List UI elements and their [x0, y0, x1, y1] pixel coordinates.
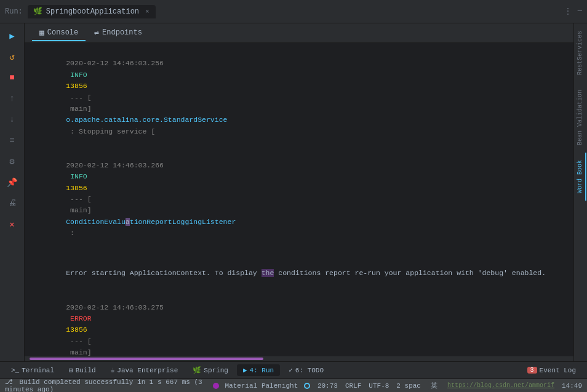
url-bar[interactable]: https://blog.csdn.net/ammorif	[447, 382, 554, 389]
tab-close-icon[interactable]: ×	[145, 8, 150, 15]
endpoints-tab-label: Endpoints	[102, 28, 142, 37]
right-tab-rest[interactable]: RestServices	[575, 23, 586, 82]
tab-event-log[interactable]: 3 Event Log	[521, 365, 582, 376]
status-build-message: ⎇ Build completed successfully in 1 s 66…	[5, 378, 213, 392]
java-icon: ☕	[111, 366, 115, 374]
tab-spring[interactable]: 🌿 Spring	[186, 364, 234, 376]
indent[interactable]: 2 spac	[396, 382, 421, 390]
tab-java-enterprise[interactable]: ☕ Java Enterprise	[105, 364, 185, 376]
remove-button[interactable]: ✕	[4, 215, 21, 233]
run-label: Run:	[5, 7, 23, 16]
left-sidebar: ▶ ↺ ■ ↑ ↓ ≡ ⚙ 📌 🖨 ✕	[0, 23, 25, 361]
tab-build[interactable]: ⊞ Build	[63, 364, 102, 376]
scroll-down-button[interactable]: ↓	[4, 111, 21, 128]
time: 14:49	[562, 382, 582, 390]
status-bar: ⎇ Build completed successfully in 1 s 66…	[0, 378, 587, 392]
theme-label: Material Palenight	[225, 382, 298, 390]
terminal-icon: >_	[11, 367, 19, 374]
play-button[interactable]: ▶	[4, 27, 21, 44]
console-toolbar: ▦ Console ⇌ Endpoints	[25, 23, 573, 43]
console-tab-label: Console	[47, 28, 78, 37]
tab-run[interactable]: ▶ 4: Run	[237, 364, 280, 376]
tab-endpoints[interactable]: ⇌ Endpoints	[87, 25, 150, 41]
top-bar-actions: ⋮ —	[564, 7, 582, 16]
rerun-button[interactable]: ↺	[4, 48, 21, 65]
log-line-1: 2020-02-12 14:46:03.256 INFO 13856 --- […	[32, 47, 566, 149]
spring-label: Spring	[204, 367, 228, 374]
todo-icon: ✓	[289, 366, 293, 374]
tab-terminal[interactable]: >_ Terminal	[5, 365, 60, 376]
endpoints-icon: ⇌	[94, 28, 99, 38]
scroll-up-button[interactable]: ↑	[4, 90, 21, 107]
pin-button[interactable]: 📌	[4, 174, 21, 191]
settings-button[interactable]: ⚙	[4, 153, 21, 170]
run-label-tab: 4: Run	[250, 367, 274, 374]
git-icon: ⎇	[5, 378, 13, 386]
tab-todo[interactable]: ✓ 6: TODO	[282, 364, 330, 376]
scrollbar-track	[25, 356, 573, 361]
top-bar: Run: 🌿 SpringbootApplication × ⋮ —	[0, 0, 587, 23]
print-button[interactable]: 🖨	[4, 194, 21, 212]
log-blank-1	[32, 250, 566, 257]
terminal-label: Terminal	[22, 367, 54, 374]
encoding[interactable]: UTF-8	[369, 382, 389, 390]
log-line-2: 2020-02-12 14:46:03.266 INFO 13856 --- […	[32, 149, 566, 251]
position-indicator[interactable]: 20:73	[317, 382, 338, 390]
run-icon: ▶	[243, 366, 247, 374]
event-log-badge: 3	[527, 367, 537, 374]
todo-label: 6: TODO	[295, 367, 324, 374]
build-label: Build	[76, 367, 96, 374]
right-sidebar: RestServices Bean Validation Word Book	[573, 23, 587, 361]
main-layout: ▶ ↺ ■ ↑ ↓ ≡ ⚙ 📌 🖨 ✕ ▦ Console ⇌ Endpoint…	[0, 23, 587, 361]
line-ending[interactable]: CRLF	[345, 382, 361, 390]
right-tab-bean[interactable]: Bean Validation	[575, 82, 586, 153]
spring-tab-icon: 🌿	[193, 366, 201, 374]
filter-button[interactable]: ≡	[4, 132, 21, 149]
spring-icon: 🌿	[34, 7, 42, 16]
log-content[interactable]: 2020-02-12 14:46:03.256 INFO 13856 --- […	[25, 43, 573, 356]
minimize-icon[interactable]: —	[578, 7, 582, 16]
stop-button[interactable]: ■	[4, 69, 21, 86]
build-icon: ⊞	[69, 366, 73, 374]
java-enterprise-label: Java Enterprise	[117, 367, 178, 374]
scrollbar-thumb[interactable]	[30, 358, 263, 360]
tab-name: SpringbootApplication	[46, 7, 139, 16]
right-tab-word[interactable]: Word Book	[575, 153, 586, 201]
status-right: Material Palenight 20:73 CRLF UTF-8 2 sp…	[213, 381, 582, 390]
run-tab[interactable]: 🌿 SpringbootApplication ×	[28, 5, 156, 18]
log-line-3: 2020-02-12 14:46:03.275 ERROR 13856 --- …	[32, 290, 566, 356]
tab-console[interactable]: ▦ Console	[32, 25, 86, 41]
event-log-label: Event Log	[540, 367, 576, 374]
circle-indicator	[304, 383, 310, 389]
build-message: Build completed successfully in 1 s 667 …	[5, 378, 202, 392]
lang-switch[interactable]: 英	[428, 381, 440, 390]
theme-indicator[interactable]: Material Palenight	[213, 382, 310, 390]
console-icon: ▦	[39, 28, 44, 38]
log-line-error-text: Error starting ApplicationContext. To di…	[32, 257, 566, 290]
console-area: ▦ Console ⇌ Endpoints 2020-02-12 14:46:0…	[25, 23, 573, 361]
bottom-tabs: >_ Terminal ⊞ Build ☕ Java Enterprise 🌿 …	[0, 361, 587, 378]
more-icon[interactable]: ⋮	[564, 7, 572, 16]
